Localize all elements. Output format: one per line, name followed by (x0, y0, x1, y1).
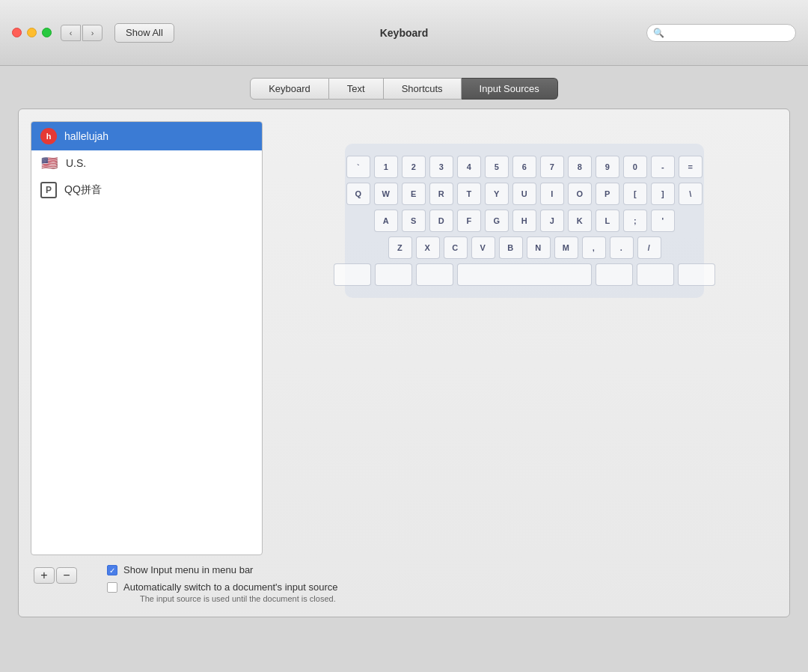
key-comma: , (582, 236, 606, 259)
key-k: K (568, 210, 592, 232)
key-z: Z (388, 236, 412, 259)
add-remove-buttons: + − (34, 567, 77, 584)
key-row-5 (358, 263, 691, 286)
minimize-button[interactable] (27, 28, 37, 37)
add-source-button[interactable]: + (34, 567, 55, 584)
tabs: Keyboard Text Shortcuts Input Sources (18, 78, 790, 100)
hallelujah-icon: h (40, 128, 57, 144)
show-input-menu-checkbox[interactable]: ✓ (107, 565, 117, 575)
key-n: N (527, 236, 551, 259)
nav-buttons: ‹ › (61, 25, 102, 41)
key-a: A (374, 210, 398, 232)
input-source-qqpinyin[interactable]: P QQ拼音 (31, 176, 262, 204)
tab-input-sources[interactable]: Input Sources (462, 78, 558, 100)
key-backtick: ` (346, 156, 370, 178)
keyboard-display: ` 1 2 3 4 5 6 7 8 9 0 - = (272, 121, 777, 545)
key-ctrl (375, 263, 412, 286)
key-quote: ' (651, 210, 675, 232)
key-equals: = (679, 156, 703, 178)
key-minus: - (651, 156, 675, 178)
search-icon: 🔍 (653, 28, 664, 38)
key-s: S (402, 210, 426, 232)
search-box: 🔍 (646, 24, 796, 42)
key-u: U (512, 183, 536, 205)
key-slash: / (637, 236, 661, 259)
key-y: Y (485, 183, 509, 205)
key-p: P (596, 183, 619, 205)
tab-text[interactable]: Text (329, 78, 384, 100)
key-b: B (499, 236, 523, 259)
key-t: T (457, 183, 481, 205)
show-all-button[interactable]: Show All (114, 23, 174, 43)
key-left (637, 263, 674, 286)
show-input-menu-label: Show Input menu in menu bar (123, 564, 253, 575)
content-area: Keyboard Text Shortcuts Input Sources h … (0, 66, 808, 635)
key-h: H (512, 210, 536, 232)
key-v: V (471, 236, 495, 259)
key-q: Q (346, 183, 370, 205)
key-row-3: A S D F G H J K L ; ' (358, 210, 691, 232)
key-row-4: Z X C V B N M , . / (358, 236, 691, 259)
key-x: X (416, 236, 440, 259)
key-3: 3 (429, 156, 453, 178)
key-4: 4 (457, 156, 481, 178)
maximize-button[interactable] (42, 28, 52, 37)
panel-body: h hallelujah 🇺🇸 U.S. P QQ拼音 ` (19, 109, 789, 557)
key-2: 2 (402, 156, 426, 178)
checkboxes-area: ✓ Show Input menu in menu bar Automatica… (107, 564, 774, 609)
key-f: F (457, 210, 481, 232)
traffic-lights (12, 28, 52, 37)
tab-shortcuts[interactable]: Shortcuts (384, 78, 462, 100)
key-r: R (429, 183, 453, 205)
remove-source-button[interactable]: − (56, 567, 77, 584)
key-c: C (444, 236, 468, 259)
key-9: 9 (596, 156, 619, 178)
input-source-hallelujah[interactable]: h hallelujah (31, 122, 262, 150)
qqpinyin-icon: P (40, 182, 57, 198)
key-w: W (374, 183, 398, 205)
key-opt (416, 263, 453, 286)
input-sources-list: h hallelujah 🇺🇸 U.S. P QQ拼音 (31, 121, 263, 555)
key-m: M (554, 236, 578, 259)
close-button[interactable] (12, 28, 22, 37)
keyboard-visual: ` 1 2 3 4 5 6 7 8 9 0 - = (345, 144, 704, 298)
key-semicolon: ; (623, 210, 647, 232)
key-6: 6 (512, 156, 536, 178)
show-input-menu-row: ✓ Show Input menu in menu bar (107, 564, 774, 575)
key-rbracket: ] (651, 183, 675, 205)
tab-keyboard[interactable]: Keyboard (250, 78, 329, 100)
key-1: 1 (374, 156, 398, 178)
window-title: Keyboard (380, 27, 429, 39)
key-l: L (596, 210, 619, 232)
key-period: . (610, 236, 634, 259)
key-d: D (429, 210, 453, 232)
key-fn (334, 263, 371, 286)
key-7: 7 (540, 156, 564, 178)
auto-switch-checkbox[interactable] (107, 582, 117, 593)
key-o: O (568, 183, 592, 205)
key-g: G (485, 210, 509, 232)
key-8: 8 (568, 156, 592, 178)
key-5: 5 (485, 156, 509, 178)
forward-button[interactable]: › (82, 25, 102, 41)
key-row-1: ` 1 2 3 4 5 6 7 8 9 0 - = (358, 156, 691, 178)
auto-switch-row: Automatically switch to a document's inp… (107, 581, 774, 603)
qqpinyin-label: QQ拼音 (64, 183, 102, 197)
key-lbracket: [ (623, 183, 647, 205)
auto-switch-label: Automatically switch to a document's inp… (123, 581, 337, 593)
key-0: 0 (623, 156, 647, 178)
key-opt-r (596, 263, 633, 286)
key-space (457, 263, 592, 286)
bottom-section: + − ✓ Show Input menu in menu bar Automa… (19, 557, 789, 617)
back-button[interactable]: ‹ (61, 25, 81, 41)
us-flag-icon: 🇺🇸 (40, 156, 58, 170)
key-backslash: \ (679, 183, 703, 205)
key-i: I (540, 183, 564, 205)
titlebar: ‹ › Show All Keyboard 🔍 (0, 0, 808, 66)
search-input[interactable] (669, 28, 789, 38)
hallelujah-label: hallelujah (64, 130, 108, 142)
key-j: J (540, 210, 564, 232)
input-source-us[interactable]: 🇺🇸 U.S. (31, 150, 262, 176)
main-panel: h hallelujah 🇺🇸 U.S. P QQ拼音 ` (18, 109, 790, 617)
key-row-2: Q W E R T Y U I O P [ ] \ (358, 183, 691, 205)
